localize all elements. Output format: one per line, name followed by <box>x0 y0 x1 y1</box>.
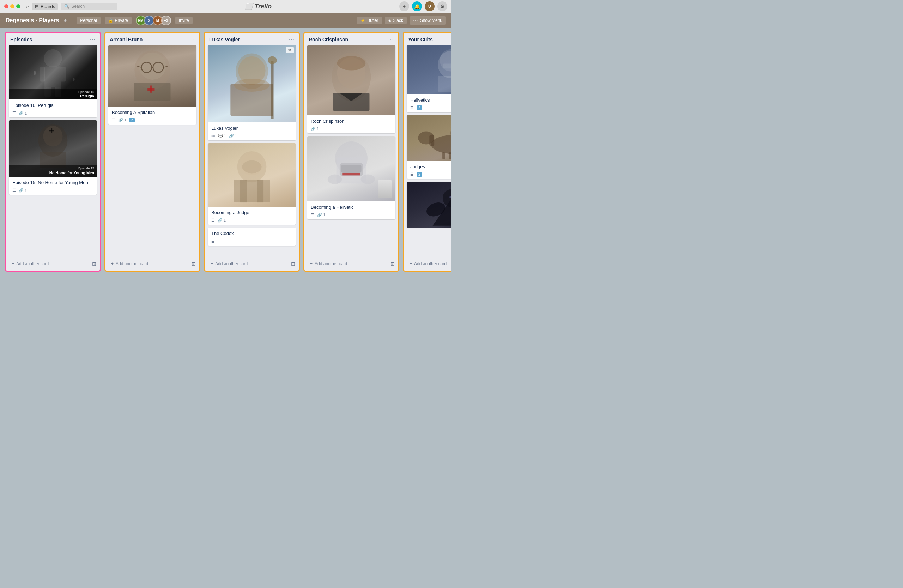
svg-rect-43 <box>341 165 362 173</box>
list-your-cults: Your Cults ··· <box>403 32 452 272</box>
card-the-codex[interactable]: The Codex ☰ <box>208 228 296 245</box>
card-image-judge <box>208 143 296 207</box>
card-judges[interactable]: Judges ☰ 2 <box>407 115 452 179</box>
star-button[interactable]: ★ <box>63 17 68 23</box>
card-becoming-hellvetic[interactable]: Becoming a Hellvetic ☰ 🔗 1 <box>307 136 395 219</box>
list-menu-lukas[interactable]: ··· <box>289 36 294 43</box>
list-menu-roch[interactable]: ··· <box>389 36 394 43</box>
invite-button[interactable]: Invite <box>175 17 193 24</box>
show-menu-button[interactable]: Show Menu <box>409 16 446 25</box>
paperclip-count-judge: 🔗 1 <box>218 218 226 223</box>
list-armani: Armani Bruno ··· <box>104 32 200 272</box>
slack-button[interactable]: Slack <box>385 17 407 24</box>
list-cards-cults: Hellvetics ☰ 2 <box>404 45 452 258</box>
avatar-more[interactable]: +3 <box>161 16 171 25</box>
template-icon-armani[interactable]: ⊡ <box>192 261 196 267</box>
add-card-button-roch[interactable]: + Add another card <box>308 260 390 268</box>
ep16-num: Episode 16 <box>12 90 94 94</box>
card-becoming-judge[interactable]: Becoming a Judge ☰ 🔗 1 <box>208 143 296 225</box>
svg-point-46 <box>361 175 375 184</box>
svg-rect-26 <box>271 61 274 119</box>
template-icon-episodes[interactable]: ⊡ <box>92 261 96 267</box>
svg-point-14 <box>138 53 166 80</box>
list-header-lukas: Lukas Vogler ··· <box>205 33 299 45</box>
card-body-judges: Judges ☰ 2 <box>407 161 452 179</box>
svg-point-7 <box>73 78 75 81</box>
butler-button[interactable]: Butler <box>357 17 382 24</box>
list-header-cults: Your Cults ··· <box>404 33 452 45</box>
card-roch[interactable]: Roch Crispinson 🔗 1 <box>307 45 395 133</box>
personal-label: Personal <box>80 18 97 23</box>
add-card-button-episodes[interactable]: + Add another card <box>9 260 92 268</box>
minimize-button[interactable] <box>10 4 14 8</box>
add-card-button-cults[interactable]: + Add another card <box>407 260 452 268</box>
boards-button[interactable]: ⊞ Boards <box>32 3 58 10</box>
card-spitalian[interactable]: Becoming A Spitalian ☰ 🔗 1 2 <box>108 45 197 124</box>
grid-icon: ⊞ <box>35 4 39 9</box>
titlebar-actions: + 🔔 U ⚙ <box>399 2 447 11</box>
badge-count-spitalian: 2 <box>129 118 135 123</box>
settings-button[interactable]: ⚙ <box>437 2 447 11</box>
card-meta-hellvetics: ☰ 2 <box>410 105 452 110</box>
search-placeholder: Search <box>71 4 85 9</box>
svg-rect-1 <box>44 66 61 88</box>
template-icon-lukas[interactable]: ⊡ <box>291 261 295 267</box>
paperclip-count-ep15: 🔗 1 <box>19 188 27 193</box>
card-image-hellvetic <box>307 136 395 201</box>
svg-rect-55 <box>429 135 434 146</box>
private-button[interactable]: Private <box>105 17 132 24</box>
notifications-button[interactable]: 🔔 <box>412 2 422 11</box>
card-image-armani <box>108 45 197 107</box>
maximize-button[interactable] <box>16 4 20 8</box>
list-menu-armani[interactable]: ··· <box>189 36 195 43</box>
slack-label: Slack <box>393 18 403 23</box>
card-body-hellvetic: Becoming a Hellvetic ☰ 🔗 1 <box>307 201 395 219</box>
svg-rect-34 <box>257 180 263 203</box>
list-add-episodes: + Add another card ⊡ <box>6 258 100 270</box>
ep15-overlay: Episode 15 No Home for Young Men <box>9 165 97 177</box>
card-meta-roch: 🔗 1 <box>311 127 392 131</box>
dots-icon <box>413 17 418 23</box>
svg-rect-2 <box>40 67 45 82</box>
search-bar[interactable]: 🔍 Search <box>61 3 117 10</box>
list-cards-lukas: ✏ Lukas Vogler 👁 💬 1 🔗 1 <box>205 45 299 258</box>
card-hellvetics[interactable]: Hellvetics ☰ 2 <box>407 45 452 112</box>
ep15-num: Episode 15 <box>12 167 94 170</box>
card-body-codex: The Codex ☰ <box>208 228 296 245</box>
add-card-label-lukas: Add another card <box>215 261 248 266</box>
card-title-judges: Judges <box>410 164 452 170</box>
card-meta-ep15: ☰ 🔗 1 <box>13 188 93 193</box>
template-icon-roch[interactable]: ⊡ <box>390 261 395 267</box>
card-meta-hellvetic: ☰ 🔗 1 <box>311 213 392 217</box>
card-ep15[interactable]: Episode 15 No Home for Young Men Episode… <box>9 120 97 195</box>
home-icon[interactable]: ⌂ <box>26 3 29 9</box>
edit-button-lukas[interactable]: ✏ <box>286 47 294 53</box>
card-dark-figure[interactable] <box>407 182 452 228</box>
card-meta-spitalian: ☰ 🔗 1 2 <box>112 118 193 123</box>
personal-button[interactable]: Personal <box>77 17 100 24</box>
card-ep16[interactable]: Episode 16 Perugia Episode 16: Perugia ☰… <box>9 45 97 118</box>
divider <box>72 16 72 25</box>
add-card-button-lukas[interactable]: + Add another card <box>208 260 291 268</box>
list-menu-episodes[interactable]: ··· <box>90 36 96 43</box>
svg-rect-3 <box>61 67 66 82</box>
card-lukas-vogler[interactable]: ✏ Lukas Vogler 👁 💬 1 🔗 1 <box>208 45 296 140</box>
comment-count-lukas: 💬 1 <box>218 134 226 138</box>
list-icon: ☰ <box>13 111 16 115</box>
add-card-button-armani[interactable]: + Add another card <box>109 260 192 268</box>
titlebar: ⌂ ⊞ Boards 🔍 Search ⬜ Trello + 🔔 U ⚙ <box>0 0 452 13</box>
card-title-hellvetics: Hellvetics <box>410 97 452 103</box>
svg-point-37 <box>337 56 366 70</box>
card-meta-judges: ☰ 2 <box>410 172 452 177</box>
list-icon-codex: ☰ <box>211 239 215 244</box>
list-title-episodes: Episodes <box>10 37 32 42</box>
card-title-ep15: Episode 15: No Home for Young Men <box>13 179 93 186</box>
card-body-lukas: Lukas Vogler 👁 💬 1 🔗 1 <box>208 123 296 140</box>
user-avatar[interactable]: U <box>425 2 434 11</box>
paperclip-count-lukas: 🔗 1 <box>229 134 237 138</box>
add-card-label-cults: Add another card <box>414 261 447 266</box>
close-button[interactable] <box>4 4 8 8</box>
paperclip-icon-ep15: 🔗 <box>19 188 24 193</box>
add-button[interactable]: + <box>399 2 409 11</box>
list-header-roch: Roch Crispinson ··· <box>304 33 398 45</box>
